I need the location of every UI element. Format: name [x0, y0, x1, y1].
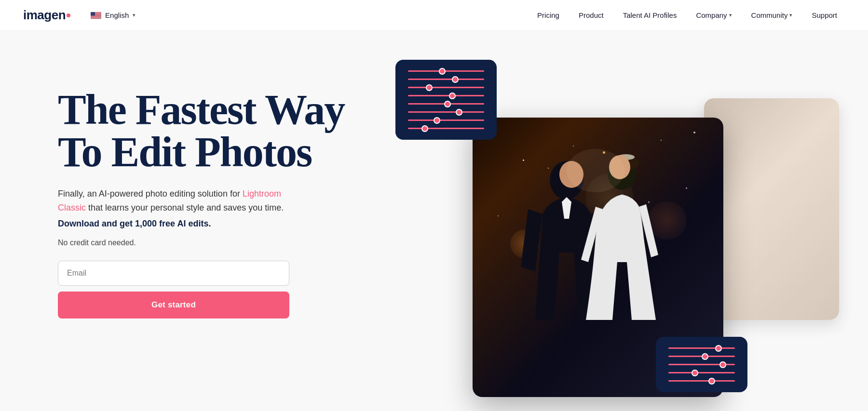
slider-track [408, 103, 484, 105]
slider-panel-top [395, 60, 497, 140]
slider-thumb[interactable] [456, 109, 462, 116]
logo[interactable]: imagen [23, 8, 70, 23]
slider-thumb[interactable] [452, 76, 459, 83]
email-input[interactable] [58, 261, 289, 286]
slider-thumb[interactable] [439, 68, 446, 75]
svg-rect-8 [91, 16, 101, 16]
slider-row [668, 372, 735, 373]
svg-point-20 [567, 149, 624, 192]
language-selector[interactable]: English ▾ [86, 8, 140, 22]
slider-thumb[interactable] [449, 93, 456, 99]
chevron-down-icon: ▾ [133, 12, 136, 18]
language-label: English [105, 11, 129, 19]
hero-cta-text: Download and get 1,000 free AI edits. [58, 219, 366, 229]
chevron-down-icon: ▾ [729, 12, 732, 18]
slider-track [668, 347, 735, 349]
slider-thumb[interactable] [708, 378, 715, 384]
nav-talent-ai[interactable]: Talent AI Profiles [615, 7, 685, 23]
slider-row [408, 95, 484, 96]
slider-row [668, 364, 735, 365]
slider-row [408, 87, 484, 88]
get-started-button[interactable]: Get started [58, 292, 289, 318]
slider-track [668, 356, 735, 357]
slider-row [408, 79, 484, 80]
chevron-down-icon: ▾ [789, 12, 792, 18]
nav-community[interactable]: Community ▾ [744, 7, 800, 23]
slider-track [408, 128, 484, 129]
slider-row [668, 380, 735, 382]
slider-thumb[interactable] [421, 125, 428, 132]
slider-thumb[interactable] [444, 101, 451, 107]
hero-subtitle: Finally, an AI-powered photo editing sol… [58, 187, 309, 215]
slider-row [408, 128, 484, 129]
hero-title: The Fastest Way To Edit Photos [58, 89, 366, 173]
hero-content: The Fastest Way To Edit Photos Finally, … [58, 60, 366, 318]
svg-rect-10 [91, 17, 101, 17]
slider-track [668, 364, 735, 365]
nav-pricing[interactable]: Pricing [529, 7, 567, 23]
hero-section: The Fastest Way To Edit Photos Finally, … [0, 31, 868, 411]
logo-text: imagen [23, 8, 66, 23]
slider-track [668, 380, 735, 382]
flag-icon [91, 12, 101, 19]
slider-track [408, 119, 484, 121]
slider-row [408, 103, 484, 105]
navbar: imagen English ▾ Pricing Product [0, 0, 868, 31]
logo-dot [67, 13, 70, 17]
slider-thumb[interactable] [426, 84, 433, 91]
slider-track [408, 87, 484, 88]
svg-rect-13 [91, 12, 95, 16]
slider-row [668, 356, 735, 357]
slider-thumb[interactable] [692, 370, 698, 376]
nav-product[interactable]: Product [571, 7, 611, 23]
email-form: Get started [58, 261, 289, 318]
main-navigation: Pricing Product Talent AI Profiles Compa… [529, 7, 845, 23]
slider-thumb[interactable] [715, 345, 722, 352]
background-photo [704, 98, 839, 320]
slider-track [668, 372, 735, 373]
svg-rect-7 [91, 15, 101, 16]
slider-thumb[interactable] [434, 117, 440, 124]
svg-rect-12 [91, 18, 101, 18]
slider-row [408, 119, 484, 121]
slider-row [668, 347, 735, 349]
slider-track [408, 79, 484, 80]
nav-support[interactable]: Support [804, 7, 845, 23]
slider-row [408, 111, 484, 113]
no-credit-card-text: No credit card needed. [58, 239, 366, 247]
nav-company[interactable]: Company ▾ [688, 7, 739, 23]
slider-row [408, 70, 484, 72]
slider-track [408, 111, 484, 113]
slider-panel-bottom [656, 337, 747, 392]
svg-rect-11 [91, 17, 101, 18]
hero-visuals [386, 60, 810, 407]
slider-thumb[interactable] [719, 361, 726, 368]
svg-rect-9 [91, 16, 101, 17]
slider-thumb[interactable] [702, 353, 708, 360]
slider-track [408, 95, 484, 96]
slider-track [408, 70, 484, 72]
